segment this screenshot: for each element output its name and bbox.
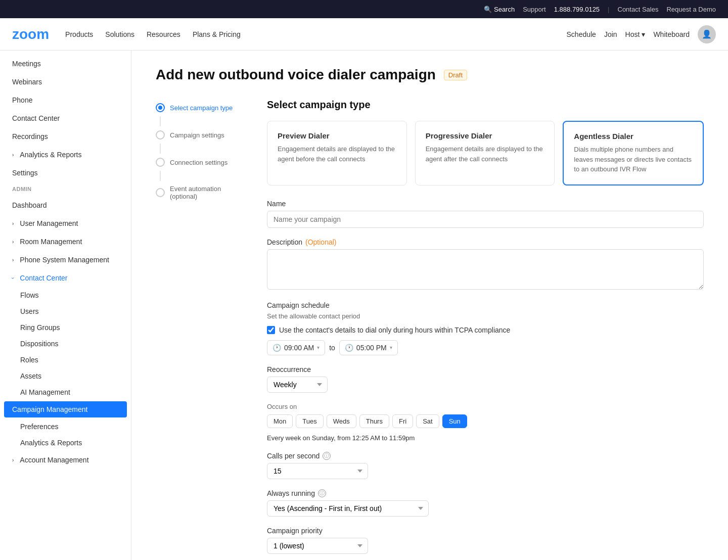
main-content: Add new outbound voice dialer campaign D… [131, 51, 728, 560]
reoccurrence-label: Reoccurrence [267, 365, 704, 374]
sidebar-item-account-mgmt[interactable]: › Account Management [0, 451, 131, 469]
calls-per-second-info-icon[interactable]: ⓘ [323, 452, 331, 460]
phone-number: 1.888.799.0125 [554, 6, 600, 13]
chevron-right-icon: › [12, 257, 14, 263]
calls-per-second-text: Calls per second [267, 452, 320, 460]
sidebar-item-settings[interactable]: Settings [0, 164, 131, 182]
contact-sales-link[interactable]: Contact Sales [618, 6, 659, 13]
sidebar-label: Settings [12, 169, 38, 177]
nav-join[interactable]: Join [604, 30, 617, 38]
day-tues[interactable]: Tues [296, 414, 323, 428]
always-running-text: Always running [267, 489, 315, 497]
campaign-priority-select[interactable]: 1 (lowest) [267, 538, 368, 554]
day-sat[interactable]: Sat [416, 414, 439, 428]
schedule-subtitle: Set the allowable contact period [267, 312, 704, 320]
progressive-dialer-card[interactable]: Progressive Dialer Engagement details ar… [415, 121, 555, 185]
preview-dialer-card[interactable]: Preview Dialer Engagement details are di… [267, 121, 407, 185]
nav-pricing[interactable]: Plans & Pricing [193, 30, 241, 38]
step-1-circle [156, 103, 165, 112]
sidebar-sub-assets[interactable]: Assets [0, 368, 131, 384]
step-4: Event automation (optional) [156, 181, 247, 204]
time-end-select[interactable]: 🕐 05:00 PM ▾ [339, 340, 398, 355]
sidebar-item-contact-center[interactable]: Contact Center [0, 109, 131, 127]
step-2-circle [156, 130, 165, 139]
sidebar-item-admin-contact-center[interactable]: › Contact Center [0, 269, 131, 287]
sidebar-item-recordings[interactable]: Recordings [0, 127, 131, 146]
agentless-dialer-card[interactable]: Agentless Dialer Dials multiple phone nu… [563, 121, 704, 185]
step-3-label: Connection settings [170, 159, 228, 166]
form-section-title: Select campaign type [267, 99, 704, 111]
agentless-dialer-desc: Dials multiple phone numbers and leaves … [574, 145, 693, 174]
sidebar-label: Phone System Management [20, 256, 109, 264]
day-sun[interactable]: Sun [442, 414, 467, 428]
user-avatar[interactable]: 👤 [698, 25, 716, 43]
search-trigger[interactable]: 🔍 Search [484, 6, 515, 13]
chevron-down-icon: › [10, 277, 16, 278]
time-start-value: 09:00 AM [284, 344, 314, 352]
sidebar-item-phone[interactable]: Phone [0, 91, 131, 109]
sidebar-item-analytics[interactable]: › Analytics & Reports [0, 146, 131, 164]
day-mon[interactable]: Mon [267, 414, 293, 428]
sidebar-item-user-mgmt[interactable]: › User Management [0, 214, 131, 232]
name-label: Name [267, 200, 704, 208]
sidebar-sub-preferences[interactable]: Preferences [0, 418, 131, 435]
step-connector [160, 171, 161, 181]
nav-host[interactable]: Host ▾ [625, 30, 646, 38]
tcpa-label: Use the contact's details to dial only d… [279, 326, 510, 334]
calls-per-second-label: Calls per second ⓘ [267, 452, 704, 460]
zoom-logo[interactable]: zoom [12, 26, 49, 42]
sidebar-label: User Management [20, 219, 78, 227]
name-input[interactable] [267, 211, 704, 228]
sidebar-item-room-mgmt[interactable]: › Room Management [0, 232, 131, 251]
always-running-info-icon[interactable]: ⓘ [318, 489, 326, 497]
sidebar-label: Analytics & Reports [20, 151, 81, 159]
day-thurs[interactable]: Thurs [359, 414, 389, 428]
step-connector [160, 144, 161, 154]
sidebar-sub-campaign-management[interactable]: Campaign Management [4, 401, 127, 417]
sidebar-sub-dispositions[interactable]: Dispositions [0, 336, 131, 352]
sidebar-sub-ring-groups[interactable]: Ring Groups [0, 319, 131, 336]
steps-panel: Select campaign type Campaign settings C… [156, 99, 247, 560]
always-running-select[interactable]: Yes (Ascending - First in, First out) [267, 500, 429, 517]
reoccurrence-select[interactable]: Weekly [267, 377, 328, 393]
nav-products[interactable]: Products [65, 30, 93, 38]
sidebar-item-webinars[interactable]: Webinars [0, 73, 131, 91]
sidebar-label: Dashboard [12, 201, 47, 209]
clock-icon: 🕐 [345, 344, 353, 352]
day-weds[interactable]: Weds [327, 414, 356, 428]
desc-label-text: Description [267, 238, 302, 246]
nav-resources[interactable]: Resources [147, 30, 180, 38]
progressive-dialer-title: Progressive Dialer [426, 131, 544, 140]
description-input[interactable] [267, 249, 704, 290]
chevron-right-icon: › [12, 152, 14, 158]
host-label: Host [625, 30, 640, 38]
sidebar-item-phone-system-mgmt[interactable]: › Phone System Management [0, 251, 131, 269]
step-2: Campaign settings [156, 126, 247, 144]
sidebar-sub-flows[interactable]: Flows [0, 287, 131, 303]
nav-schedule[interactable]: Schedule [567, 30, 596, 38]
step-connector [160, 116, 161, 126]
sidebar-label: Phone [12, 96, 32, 104]
step-1: Select campaign type [156, 99, 247, 116]
tcpa-checkbox[interactable] [267, 326, 275, 334]
sidebar-item-meetings[interactable]: Meetings [0, 55, 131, 73]
top-bar: 🔍 Search Support 1.888.799.0125 | Contac… [0, 0, 728, 18]
support-link[interactable]: Support [523, 6, 546, 13]
draft-badge: Draft [444, 70, 467, 80]
app-layout: Meetings Webinars Phone Contact Center R… [0, 51, 728, 560]
nav-right: Schedule Join Host ▾ Whiteboard 👤 [567, 25, 716, 43]
sidebar-sub-roles[interactable]: Roles [0, 352, 131, 368]
search-icon: 🔍 [484, 6, 492, 13]
request-demo-link[interactable]: Request a Demo [666, 6, 716, 13]
nav-whiteboard[interactable]: Whiteboard [653, 30, 690, 38]
day-fri[interactable]: Fri [392, 414, 413, 428]
sidebar-item-dashboard[interactable]: Dashboard [0, 196, 131, 214]
reoccurrence-group: Reoccurrence Weekly [267, 365, 704, 393]
sidebar-sub-users[interactable]: Users [0, 303, 131, 319]
page-header: Add new outbound voice dialer campaign D… [156, 67, 704, 83]
time-start-select[interactable]: 🕐 09:00 AM ▾ [267, 340, 325, 355]
sidebar-sub-ai-management[interactable]: AI Management [0, 384, 131, 400]
nav-solutions[interactable]: Solutions [105, 30, 134, 38]
sidebar-sub-analytics[interactable]: Analytics & Reports [0, 435, 131, 451]
calls-per-second-select[interactable]: 15 [267, 463, 368, 479]
